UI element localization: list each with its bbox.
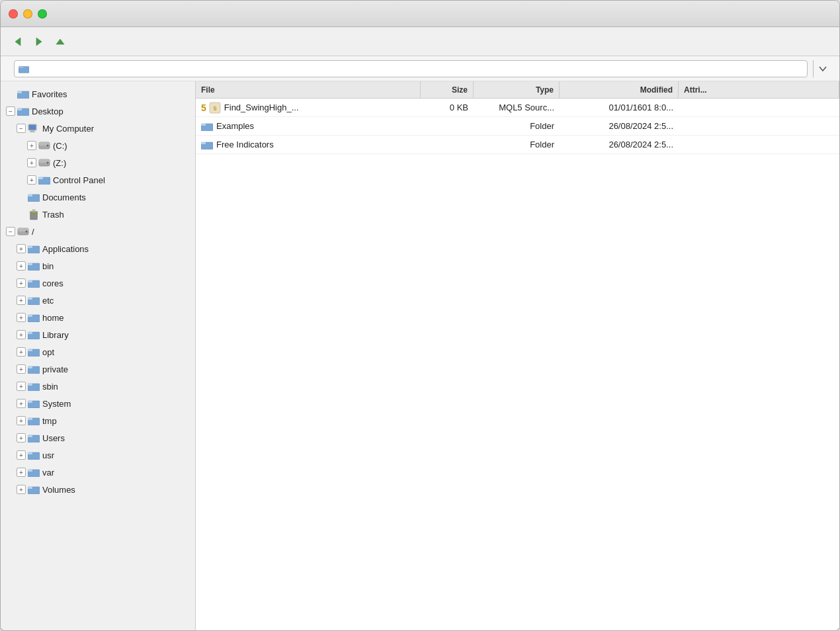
sidebar-item-z-drive[interactable]: + (Z:) — [1, 154, 195, 171]
file-cell-attri — [679, 136, 839, 153]
sidebar-item-system[interactable]: + System — [1, 395, 195, 412]
toolbar — [1, 27, 839, 56]
titlebar — [1, 1, 839, 27]
svg-rect-57 — [28, 452, 32, 454]
sidebar-item-trash[interactable]: Trash — [1, 206, 195, 223]
sidebar-item-library[interactable]: + Library — [1, 326, 195, 343]
chevron-down-icon — [819, 66, 827, 71]
sidebar-item-documents[interactable]: Documents — [1, 189, 195, 206]
sidebar-item-c-drive[interactable]: + (C:) — [1, 137, 195, 154]
svg-rect-6 — [17, 91, 22, 93]
sidebar-item-favorites[interactable]: Favorites — [1, 85, 195, 103]
close-button[interactable] — [9, 9, 18, 19]
sidebar-item-desktop[interactable]: − Desktop — [1, 103, 195, 120]
sidebar-item-opt[interactable]: + opt — [1, 343, 195, 360]
sidebar-item-volumes[interactable]: + Volumes — [1, 481, 195, 498]
col-header-type[interactable]: Type — [474, 81, 560, 98]
expand-btn-c-drive[interactable]: + — [27, 141, 36, 150]
file-cell-attri — [679, 99, 839, 116]
sidebar-item-cores[interactable]: + cores — [1, 274, 195, 292]
expand-btn-sbin[interactable]: + — [17, 382, 26, 391]
sidebar-item-var[interactable]: + var — [1, 464, 195, 481]
sidebar-item-label-my-computer: My Computer — [42, 124, 94, 134]
sidebar-item-usr[interactable]: + usr — [1, 446, 195, 464]
col-header-attri[interactable]: Attri... — [679, 81, 839, 98]
svg-point-18 — [47, 162, 49, 164]
back-button[interactable] — [9, 32, 27, 51]
collapse-btn-my-computer[interactable]: − — [17, 124, 26, 133]
maximize-button[interactable] — [38, 9, 47, 19]
expand-btn-z-drive[interactable]: + — [27, 158, 36, 167]
svg-rect-22 — [28, 194, 32, 196]
sidebar-item-bin[interactable]: + bin — [1, 257, 195, 274]
sidebar-item-label-desktop: Desktop — [32, 106, 63, 116]
sidebar-item-etc[interactable]: + etc — [1, 292, 195, 309]
collapse-btn-root[interactable]: − — [6, 227, 15, 236]
sidebar-item-home[interactable]: + home — [1, 309, 195, 326]
locationbar — [1, 56, 839, 81]
svg-rect-25 — [32, 210, 35, 211]
svg-rect-35 — [28, 263, 32, 265]
forward-button[interactable] — [30, 32, 48, 51]
sidebar-item-label-cores: cores — [42, 278, 63, 288]
sidebar-item-label-var: var — [42, 468, 54, 478]
expand-btn-usr[interactable]: + — [17, 450, 26, 460]
expand-btn-volumes[interactable]: + — [17, 485, 26, 494]
expand-btn-opt[interactable]: + — [17, 347, 26, 357]
expand-btn-library[interactable]: + — [17, 330, 26, 339]
expand-btn-home[interactable]: + — [17, 313, 26, 322]
svg-text:5: 5 — [213, 105, 216, 112]
file-cell-size — [421, 117, 474, 135]
sidebar-item-private[interactable]: + private — [1, 360, 195, 378]
minimize-button[interactable] — [23, 9, 32, 19]
sidebar-item-label-c-drive: (C:) — [53, 141, 67, 151]
col-header-modified[interactable]: Modified — [560, 81, 679, 98]
file-cell-type: Folder — [474, 117, 560, 135]
svg-rect-67 — [201, 142, 206, 144]
file-rows-container: 5 5 Find_SwingHigh_... 0 KB MQL5 Sourc..… — [196, 99, 839, 154]
forward-icon — [32, 35, 46, 48]
sidebar-item-label-volumes: Volumes — [42, 485, 75, 495]
sidebar-item-my-computer[interactable]: − My Computer — [1, 120, 195, 137]
svg-rect-53 — [28, 418, 32, 420]
sidebar-item-label-root: / — [32, 227, 34, 237]
sidebar-item-tmp[interactable]: + tmp — [1, 412, 195, 429]
file-cell-modified: 01/01/1601 8:0... — [560, 99, 679, 116]
sidebar-item-label-etc: etc — [42, 296, 54, 306]
back-icon — [11, 35, 24, 48]
expand-btn-system[interactable]: + — [17, 399, 26, 408]
col-header-file[interactable]: File — [196, 81, 421, 98]
expand-btn-cores[interactable]: + — [17, 278, 26, 288]
file-row-free-indicators[interactable]: Free Indicators Folder 26/08/2024 2:5... — [196, 136, 839, 154]
sidebar-item-control-panel[interactable]: + Control Panel — [1, 171, 195, 189]
expand-btn-bin[interactable]: + — [17, 261, 26, 271]
location-input-wrapper — [14, 60, 808, 77]
file-row-find-swinghigh[interactable]: 5 5 Find_SwingHigh_... 0 KB MQL5 Sourc..… — [196, 99, 839, 117]
sidebar-item-label-users: Users — [42, 433, 65, 443]
up-button[interactable] — [51, 32, 69, 51]
expand-btn-tmp[interactable]: + — [17, 416, 26, 425]
expand-btn-var[interactable]: + — [17, 468, 26, 477]
sidebar-item-users[interactable]: + Users — [1, 429, 195, 446]
collapse-btn-desktop[interactable]: − — [6, 106, 15, 116]
sidebar-item-root[interactable]: − / — [1, 223, 195, 240]
expand-btn-etc[interactable]: + — [17, 296, 26, 305]
file-cell-type: MQL5 Sourc... — [474, 99, 560, 116]
expand-btn-private[interactable]: + — [17, 364, 26, 374]
col-header-size[interactable]: Size — [421, 81, 474, 98]
file-cell-size: 0 KB — [421, 99, 474, 116]
expand-btn-users[interactable]: + — [17, 433, 26, 442]
sidebar-item-label-tmp: tmp — [42, 416, 57, 426]
location-dropdown-button[interactable] — [813, 60, 831, 77]
file-cell-name: Examples — [196, 117, 421, 135]
sidebar-item-sbin[interactable]: + sbin — [1, 378, 195, 395]
expand-btn-applications[interactable]: + — [17, 244, 26, 253]
file-cell-type: Folder — [474, 136, 560, 153]
file-name: Examples — [216, 121, 254, 131]
sidebar-item-applications[interactable]: + Applications — [1, 240, 195, 257]
file-row-examples[interactable]: Examples Folder 26/08/2024 2:5... — [196, 117, 839, 136]
sidebar-item-label-opt: opt — [42, 347, 54, 357]
svg-rect-8 — [17, 108, 22, 110]
svg-marker-0 — [15, 38, 21, 46]
expand-btn-control-panel[interactable]: + — [27, 175, 36, 185]
